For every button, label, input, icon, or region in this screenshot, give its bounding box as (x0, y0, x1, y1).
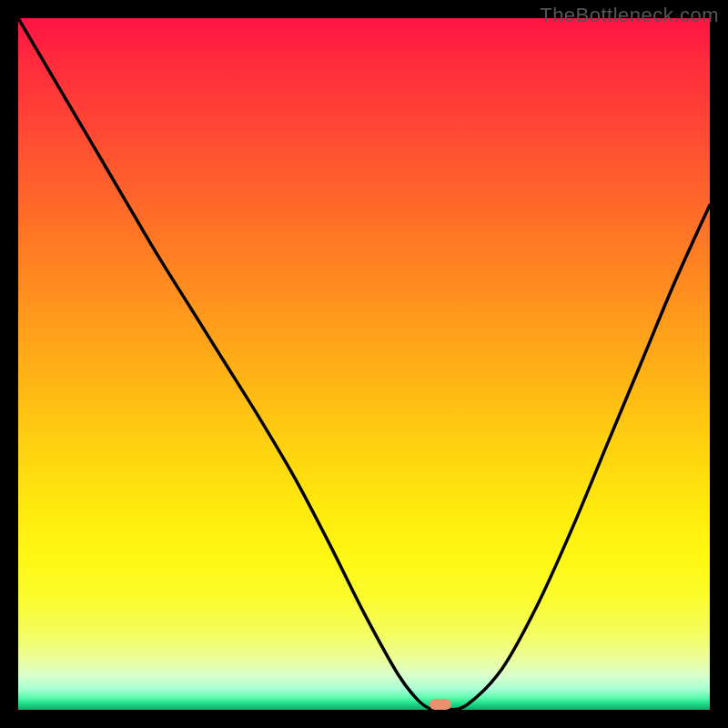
chart-frame: TheBottleneck.com (0, 0, 728, 728)
watermark-text: TheBottleneck.com (540, 4, 719, 27)
bottleneck-curve-path (18, 18, 710, 710)
plot-area (18, 18, 710, 710)
curve-svg (18, 18, 710, 710)
optimal-marker (430, 699, 451, 710)
